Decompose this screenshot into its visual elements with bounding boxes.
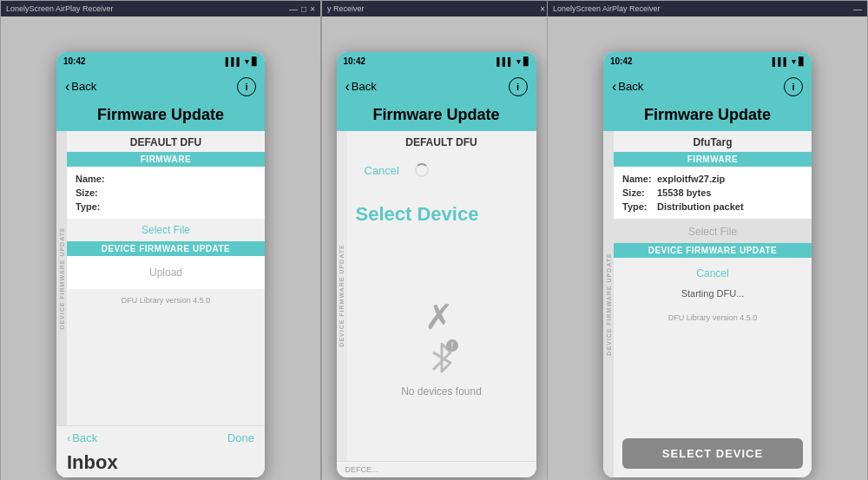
phone-1-select-file-button[interactable]: Select File: [67, 219, 265, 241]
wifi-icon-3: ▾: [792, 57, 796, 66]
phone-2-time: 10:42: [344, 56, 366, 66]
back-label: Back: [71, 80, 96, 93]
maximize-button[interactable]: □: [301, 4, 306, 14]
back-label-3: Back: [618, 80, 643, 93]
phone-3-info-button[interactable]: i: [784, 77, 803, 96]
phone-3-firmware-label: FIRMWARE: [614, 152, 812, 167]
bluetooth-container: ✗ !: [424, 297, 459, 378]
phone-1-sidebar: DEVICE FIRMWARE UPDATE: [56, 131, 67, 425]
phone-3-screen-title: Firmware Update: [603, 102, 812, 131]
phone-1-version: DFU Library version 4.5.0: [67, 289, 265, 312]
phone-3-starting-dfu: Starting DFU...: [618, 285, 807, 302]
phone-2-no-devices: ✗ ! No devices found: [347, 234, 536, 461]
phone-1-firmware-label: FIRMWARE: [67, 152, 265, 167]
minimize-button[interactable]: —: [289, 4, 298, 14]
phone-2-cancel-button[interactable]: Cancel: [356, 159, 408, 182]
battery-icon-3: ▊: [799, 57, 805, 66]
phone-3-navbar: ‹ Back i: [603, 71, 812, 102]
loading-spinner: [415, 163, 429, 177]
back-chevron-icon-2: ‹: [345, 79, 350, 95]
phone-3-dfu-area: Cancel Starting DFU...: [614, 258, 812, 306]
phone-2-dfu-title: DEFAULT DFU: [347, 131, 536, 152]
signal-icon-2: ▌▌▌: [496, 57, 513, 66]
phone-1-size-field: Size:: [76, 186, 256, 200]
phone-3-select-file: Select File: [688, 226, 737, 238]
no-devices-text: No devices found: [401, 385, 482, 398]
window-3-title: LonelyScreen AirPlay Receiver: [553, 4, 661, 13]
phone-2-screen-title: Firmware Update: [337, 102, 536, 131]
phone-3-back-button[interactable]: ‹ Back: [612, 79, 643, 95]
phone-1-info-button[interactable]: i: [237, 77, 256, 96]
phone-3-time: 10:42: [610, 56, 633, 66]
phone-2-select-device-title: Select Device: [347, 189, 536, 234]
phone-3-select-device-button[interactable]: SELECT DEVICE: [622, 438, 803, 469]
sidebar-label-2: DEVICE FIRMWARE UPDATE: [339, 244, 345, 346]
phone-3-select-file-area: Select File: [614, 219, 812, 243]
phone-1-content: DEVICE FIRMWARE UPDATE DEFAULT DFU FIRMW…: [56, 131, 265, 425]
phone-1-inbox: Inbox: [56, 450, 265, 477]
window-2-title: y Receiver: [327, 4, 365, 13]
signal-icon-3: ▌▌▌: [773, 57, 789, 66]
window-1-titlebar: LonelyScreen AirPlay Receiver — □ ×: [1, 1, 320, 16]
phone-1-status-icons: ▌▌▌ ▾ ▊: [226, 57, 258, 66]
phone-1-status-bar: 10:42 ▌▌▌ ▾ ▊: [56, 52, 265, 71]
minimize-button-3[interactable]: —: [853, 4, 862, 14]
window-3-titlebar: LonelyScreen AirPlay Receiver —: [548, 1, 867, 16]
phone-3-sidebar: DEVICE FIRMWARE UPDATE: [603, 131, 614, 477]
phone-1-type-field: Type:: [76, 200, 256, 214]
window-3-controls: —: [853, 4, 862, 14]
phone-3-firmware-section: Name: exploitfw27.zip Size: 15538 bytes …: [614, 167, 812, 219]
phone-2-cancel-row: Cancel: [347, 152, 536, 189]
phone-1-back-button[interactable]: ‹ Back: [65, 79, 96, 95]
window-2-controls: ×: [540, 4, 545, 14]
phone-1-bottom: ‹ Back Done Inbox: [56, 425, 265, 477]
phone-3-status-icons: ▌▌▌ ▾ ▊: [773, 57, 805, 66]
wifi-icon-2: ▾: [516, 57, 521, 66]
phone-1-navbar: ‹ Back i: [56, 71, 265, 102]
phone-2-sidebar: DEVICE FIRMWARE UPDATE: [337, 131, 347, 461]
phone-1-bottom-back[interactable]: ‹ Back: [67, 431, 97, 444]
phone-3-size-field: Size: 15538 bytes: [622, 186, 803, 200]
phone-3-version: DFU Library version 4.5.0: [614, 306, 812, 329]
phone-1: 10:42 ▌▌▌ ▾ ▊ ‹ Back i Firmware Upda: [56, 52, 265, 477]
window-2-titlebar: y Receiver ×: [322, 1, 550, 16]
battery-icon-2: ▊: [523, 57, 529, 66]
bluetooth-icon: ✗: [424, 298, 454, 336]
phone-1-done[interactable]: Done: [227, 431, 254, 444]
back-chevron-icon-3: ‹: [612, 79, 616, 95]
phone-2-status-icons: ▌▌▌ ▾ ▊: [496, 57, 529, 66]
battery-icon: ▊: [252, 57, 258, 66]
close-button-2[interactable]: ×: [540, 4, 545, 14]
sidebar-label: DEVICE FIRMWARE UPDATE: [59, 227, 65, 329]
phone-1-name-field: Name:: [76, 172, 256, 186]
window-1: LonelyScreen AirPlay Receiver — □ × 10:4…: [0, 0, 321, 480]
phone-3-status-bar: 10:42 ▌▌▌ ▾ ▊: [603, 52, 812, 71]
back-label-2: Back: [352, 80, 377, 93]
phone-1-time: 10:42: [63, 56, 86, 66]
wifi-icon: ▾: [245, 57, 249, 66]
back-chevron-icon: ‹: [65, 79, 69, 95]
phone-2-status-bar: 10:42 ▌▌▌ ▾ ▊: [337, 52, 536, 71]
phone-3: 10:42 ▌▌▌ ▾ ▊ ‹ Back i Firmware Upda: [603, 52, 812, 477]
phone-2-back-button[interactable]: ‹ Back: [345, 79, 377, 95]
phone-2-info-button[interactable]: i: [509, 77, 528, 96]
phone-1-bottom-nav: ‹ Back Done: [56, 426, 265, 450]
phone-1-firmware-section: Name: Size: Type:: [67, 167, 265, 219]
window-1-title: LonelyScreen AirPlay Receiver: [6, 4, 114, 13]
bluetooth-svg: !: [424, 337, 459, 378]
svg-text:!: !: [450, 341, 453, 351]
phone-3-device-firmware-label: DEVICE FIRMWARE UPDATE: [614, 243, 812, 258]
close-button[interactable]: ×: [310, 4, 315, 14]
phone-3-cancel-button[interactable]: Cancel: [618, 262, 807, 285]
phone-1-device-firmware-label: DEVICE FIRMWARE UPDATE: [67, 241, 265, 256]
phone-3-dfu-title: DfuTarg: [614, 131, 812, 152]
phone-2-content: DEVICE FIRMWARE UPDATE DEFAULT DFU Cance…: [337, 131, 536, 461]
phone-1-screen-title: Firmware Update: [56, 102, 265, 131]
phone-2: 10:42 ▌▌▌ ▾ ▊ ‹ Back i Firmware Upda: [337, 52, 536, 477]
phone-2-bottom: DEFCE...: [337, 461, 536, 477]
signal-icon: ▌▌▌: [226, 57, 242, 66]
phone-1-upload-area: Upload: [67, 256, 265, 289]
window-1-controls: — □ ×: [289, 4, 315, 14]
phone-3-name-field: Name: exploitfw27.zip: [622, 172, 803, 186]
phone-1-upload-button: Upload: [76, 263, 256, 282]
